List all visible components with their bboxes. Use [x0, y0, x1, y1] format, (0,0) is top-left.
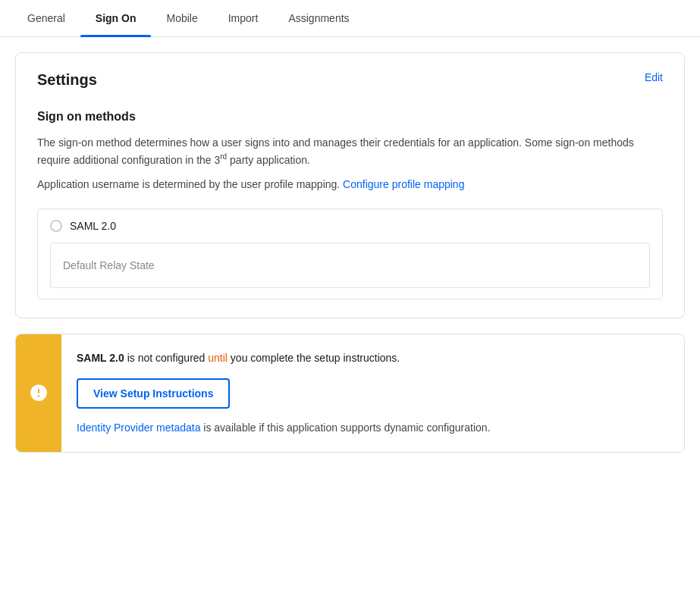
tab-navigation: General Sign On Mobile Import Assignment… — [0, 0, 700, 37]
saml-radio-row: SAML 2.0 — [50, 220, 650, 232]
saml-label: SAML 2.0 — [70, 220, 116, 232]
tab-general[interactable]: General — [12, 0, 80, 36]
warning-banner: SAML 2.0 is not configured until you com… — [15, 334, 685, 453]
warning-end: you complete the setup instructions. — [228, 352, 400, 364]
description-text-start: The sign-on method determines how a user… — [37, 136, 634, 166]
warning-icon — [27, 381, 51, 405]
superscript-rd: rd — [220, 152, 227, 161]
sign-on-methods-title: Sign on methods — [37, 110, 663, 124]
tab-sign-on[interactable]: Sign On — [80, 0, 152, 36]
saml-radio-button[interactable] — [50, 220, 62, 232]
saml-section: SAML 2.0 Default Relay State — [37, 208, 663, 299]
warning-content: SAML 2.0 is not configured until you com… — [61, 334, 684, 452]
until-word: until — [208, 352, 228, 364]
settings-header: Settings Edit — [37, 71, 663, 89]
username-description: Application username is determined by th… — [37, 178, 340, 190]
description-paragraph-2: Application username is determined by th… — [37, 176, 663, 193]
view-setup-instructions-button[interactable]: View Setup Instructions — [77, 378, 230, 409]
saml-name-bold: SAML 2.0 — [77, 352, 124, 364]
warning-text: SAML 2.0 is not configured until you com… — [77, 350, 669, 366]
settings-card: Settings Edit Sign on methods The sign-o… — [15, 52, 685, 318]
warning-middle: is not configured — [124, 352, 209, 364]
metadata-text-end: is available if this application support… — [200, 422, 490, 434]
metadata-text: Identity Provider metadata is available … — [77, 419, 669, 436]
identity-provider-metadata-link[interactable]: Identity Provider metadata — [77, 422, 200, 434]
description-text-end: party application. — [227, 154, 310, 166]
relay-state-input[interactable]: Default Relay State — [50, 243, 650, 288]
relay-state-placeholder: Default Relay State — [63, 259, 155, 271]
main-content: Settings Edit Sign on methods The sign-o… — [0, 37, 700, 468]
settings-title: Settings — [37, 71, 97, 89]
edit-link[interactable]: Edit — [645, 71, 663, 83]
tab-mobile[interactable]: Mobile — [151, 0, 212, 36]
description-paragraph-1: The sign-on method determines how a user… — [37, 134, 663, 168]
svg-rect-1 — [38, 389, 39, 394]
tab-assignments[interactable]: Assignments — [273, 0, 364, 36]
svg-point-2 — [38, 395, 40, 397]
configure-profile-mapping-link[interactable]: Configure profile mapping — [343, 178, 464, 190]
tab-import[interactable]: Import — [213, 0, 274, 36]
warning-stripe — [16, 334, 61, 452]
